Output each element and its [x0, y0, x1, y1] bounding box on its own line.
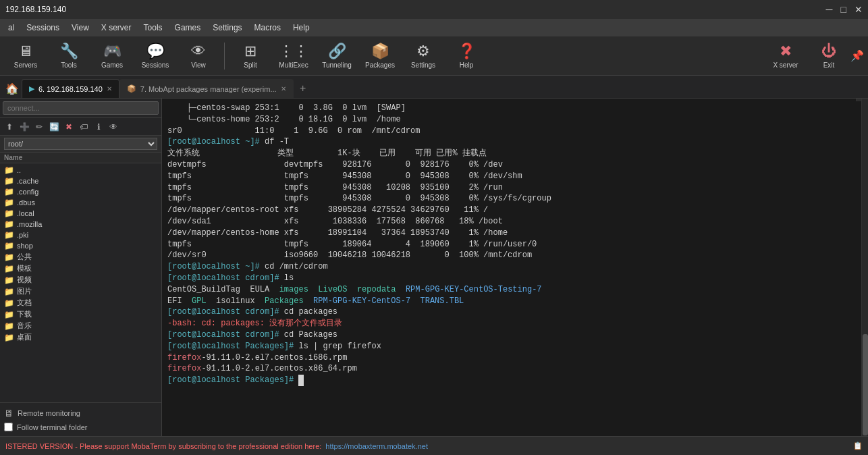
tab-2-close[interactable]: ✕: [281, 85, 286, 92]
tab-1[interactable]: ▶ 6. 192.168.159.140 ✕: [22, 79, 119, 98]
file-item[interactable]: 📁图片: [0, 286, 161, 297]
menu-macros[interactable]: Macros: [249, 22, 286, 34]
toolbar-packages-button[interactable]: 📦 Packages: [360, 39, 400, 73]
toolbar-exit-button[interactable]: ⏻ Exit: [809, 39, 849, 73]
folder-icon: 📁: [4, 230, 14, 240]
sidebar-path-header: root/: [0, 136, 161, 153]
toolbar-help-button[interactable]: ❓ Help: [446, 39, 487, 73]
minimize-button[interactable]: ─: [826, 4, 833, 15]
terminal[interactable]: ├─centos-swap 253:1 0 3.8G 0 lvm [SWAP] …: [162, 99, 868, 436]
file-item[interactable]: 📁模板: [0, 263, 161, 274]
sidebar-tool-refresh[interactable]: 🔄: [47, 120, 61, 134]
file-item[interactable]: 📁公共: [0, 251, 161, 263]
file-item[interactable]: 📁.dbus: [0, 197, 161, 208]
file-name: .config: [17, 188, 38, 196]
sidebar-tool-delete[interactable]: ✖: [62, 120, 76, 134]
menu-al[interactable]: al: [3, 22, 20, 34]
pin-button[interactable]: 📌: [852, 39, 863, 73]
menu-bar: al Sessions View X server Tools Games Se…: [0, 19, 868, 36]
file-name: 下载: [17, 309, 32, 319]
file-item[interactable]: 📁.config: [0, 186, 161, 197]
toolbar-multiexec-button[interactable]: ⋮⋮ MultiExec: [273, 39, 314, 73]
terminal-line: tmpfs tmpfs 945308 0 945308 0% /sys/fs/c…: [167, 193, 863, 205]
toolbar-view-button[interactable]: 👁 View: [178, 39, 219, 73]
terminal-line: [root@localhost Packages]# ls | grep fir…: [167, 341, 863, 352]
toolbar-settings-button[interactable]: ⚙ Settings: [403, 39, 443, 73]
menu-sessions[interactable]: Sessions: [21, 22, 65, 34]
term-cmd: cd Packages: [284, 330, 337, 340]
remote-monitoring-label: Remote monitoring: [18, 409, 80, 417]
path-select[interactable]: root/: [4, 138, 157, 150]
folder-icon: 📁: [4, 333, 14, 342]
folder-icon: 📁: [4, 298, 14, 308]
maximize-button[interactable]: □: [841, 4, 846, 15]
tools-icon: 🔧: [60, 43, 78, 60]
close-button[interactable]: ✕: [855, 4, 863, 15]
toolbar-help-label: Help: [460, 61, 474, 69]
sidebar: ⬆ ➕ ✏ 🔄 ✖ 🏷 ℹ 👁 root/ Name 📁..📁.cache📁.c…: [0, 99, 162, 436]
file-item[interactable]: 📁视频: [0, 274, 161, 286]
file-name: .cache: [17, 177, 38, 185]
menu-view[interactable]: View: [66, 22, 94, 34]
status-text: ISTERED VERSION - Please support MobaTer…: [5, 442, 321, 450]
split-icon: ⊞: [244, 43, 256, 60]
toolbar-sessions-button[interactable]: 💬 Sessions: [135, 39, 175, 73]
file-item[interactable]: 📁下载: [0, 309, 161, 320]
menu-games[interactable]: Games: [169, 22, 207, 34]
file-name: 模板: [17, 263, 32, 273]
remote-monitoring-item[interactable]: 🖥 Remote monitoring: [4, 406, 157, 421]
terminal-scrollbar-thumb: [863, 334, 868, 435]
file-item[interactable]: 📁文档: [0, 297, 161, 309]
terminal-scrollbar[interactable]: [861, 99, 868, 436]
follow-terminal-checkbox[interactable]: [4, 423, 13, 431]
toolbar-tools-button[interactable]: 🔧 Tools: [49, 39, 89, 73]
packages-icon: 📦: [371, 43, 389, 60]
file-item[interactable]: 📁桌面: [0, 331, 161, 343]
toolbar-servers-button[interactable]: 🖥 Servers: [5, 39, 46, 73]
pin-icon: 📌: [850, 49, 864, 62]
tab-1-close[interactable]: ✕: [107, 85, 112, 92]
sidebar-tool-edit[interactable]: ✏: [32, 120, 46, 134]
toolbar-settings-label: Settings: [411, 61, 435, 69]
tab-add-button[interactable]: +: [294, 79, 313, 98]
toolbar-xserver-button[interactable]: ✖ X server: [765, 39, 806, 73]
settings-icon: ⚙: [416, 43, 430, 60]
file-item[interactable]: 📁.local: [0, 208, 161, 219]
menu-settings[interactable]: Settings: [207, 22, 247, 34]
main-layout: ⬆ ➕ ✏ 🔄 ✖ 🏷 ℹ 👁 root/ Name 📁..📁.cache📁.c…: [0, 99, 868, 436]
folder-icon: 📁: [4, 209, 14, 218]
sidebar-tool-rename[interactable]: 🏷: [77, 120, 90, 134]
tab-home-button[interactable]: 🏠: [3, 79, 22, 98]
tab-bar: 🏠 ▶ 6. 192.168.159.140 ✕ 📦 7. MobApt pac…: [0, 76, 868, 99]
tab-2[interactable]: 📦 7. MobApt packages manager (experim...…: [119, 79, 294, 98]
menu-xserver[interactable]: X server: [96, 22, 137, 34]
sidebar-tool-hidden[interactable]: 👁: [107, 120, 120, 134]
file-item[interactable]: 📁音乐: [0, 320, 161, 331]
menu-tools[interactable]: Tools: [138, 22, 168, 34]
toolbar-servers-label: Servers: [14, 61, 37, 69]
file-item[interactable]: 📁.mozilla: [0, 219, 161, 230]
status-link[interactable]: https://mobaxterm.mobatek.net: [325, 442, 428, 450]
sidebar-bottom: 🖥 Remote monitoring Follow terminal fold…: [0, 402, 161, 436]
file-item[interactable]: 📁.cache: [0, 176, 161, 186]
term-prompt: [root@localhost Packages]#: [167, 375, 298, 385]
folder-icon: 📁: [4, 287, 14, 296]
terminal-line: /dev/mapper/centos-root xfs 38905284 427…: [167, 205, 863, 216]
file-item[interactable]: 📁shop: [0, 240, 161, 251]
terminal-line: 文件系统 类型 1K-块 已用 可用 已用% 挂载点: [167, 148, 863, 159]
toolbar-split-button[interactable]: ⊞ Split: [230, 39, 271, 73]
menu-help[interactable]: Help: [288, 22, 315, 34]
search-input[interactable]: [3, 101, 159, 115]
term-highlight: firefox: [167, 364, 201, 373]
file-item[interactable]: 📁.pki: [0, 230, 161, 240]
file-name: 音乐: [17, 321, 32, 331]
sidebar-tool-info[interactable]: ℹ: [92, 120, 105, 134]
file-item[interactable]: 📁..: [0, 165, 161, 176]
toolbar-games-button[interactable]: 🎮 Games: [92, 39, 132, 73]
file-name: .local: [17, 209, 34, 217]
sidebar-tool-up[interactable]: ⬆: [3, 120, 16, 134]
toolbar-tunneling-button[interactable]: 🔗 Tunneling: [317, 39, 357, 73]
file-name: 视频: [17, 275, 32, 285]
follow-terminal-item[interactable]: Follow terminal folder: [4, 421, 157, 433]
sidebar-tool-add[interactable]: ➕: [18, 120, 31, 134]
